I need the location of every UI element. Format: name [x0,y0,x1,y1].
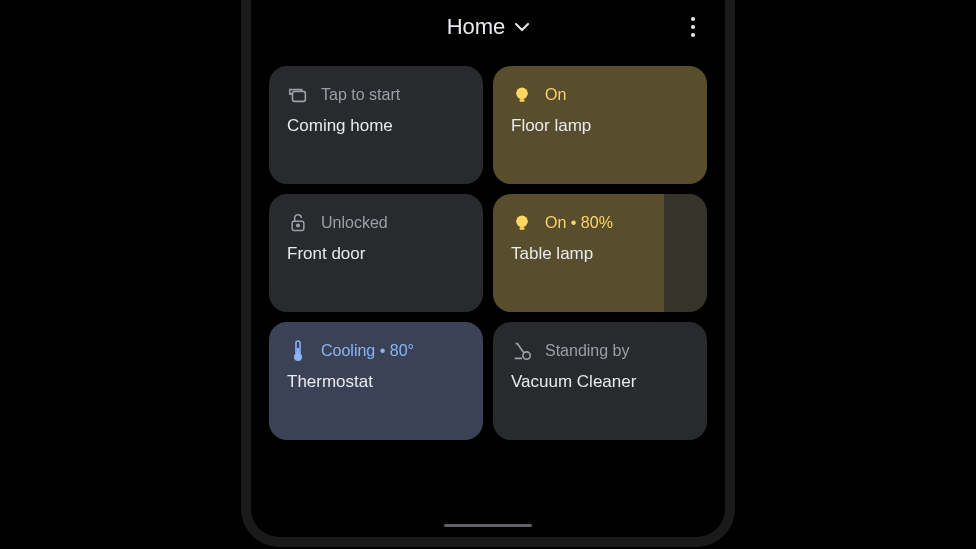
scene-icon [287,84,309,106]
overflow-menu-button[interactable] [685,11,701,43]
tile-thermostat[interactable]: Cooling • 80° Thermostat [269,322,483,440]
tile-status: Tap to start [321,86,400,104]
tile-table-lamp[interactable]: On • 80% Table lamp [493,194,707,312]
svg-rect-6 [520,227,525,230]
tile-vacuum-cleaner[interactable]: Standing by Vacuum Cleaner [493,322,707,440]
vacuum-icon [511,340,533,362]
tile-name: Front door [287,244,465,264]
svg-rect-2 [520,99,525,102]
tile-name: Floor lamp [511,116,689,136]
svg-point-1 [516,88,528,100]
tile-status: On • 80% [545,214,613,232]
phone-frame: Home Tap to start Coming home [241,0,735,547]
tile-floor-lamp[interactable]: On Floor lamp [493,66,707,184]
home-indicator[interactable] [444,524,532,527]
lock-open-icon [287,212,309,234]
svg-point-5 [516,216,528,228]
tile-status: Cooling • 80° [321,342,414,360]
svg-point-4 [297,224,300,227]
chevron-down-icon [515,20,529,34]
tile-status: Unlocked [321,214,388,232]
svg-rect-0 [293,91,306,101]
header: Home [257,0,719,56]
tile-name: Coming home [287,116,465,136]
tile-front-door[interactable]: Unlocked Front door [269,194,483,312]
tile-name: Vacuum Cleaner [511,372,689,392]
tile-name: Thermostat [287,372,465,392]
tile-coming-home[interactable]: Tap to start Coming home [269,66,483,184]
svg-rect-9 [297,348,299,356]
tile-status: On [545,86,566,104]
tile-name: Table lamp [511,244,689,264]
bulb-icon [511,84,533,106]
home-selector[interactable]: Home [447,14,530,40]
svg-point-10 [523,352,530,359]
device-grid: Tap to start Coming home On Floor lamp [257,56,719,450]
page-title: Home [447,14,506,40]
thermometer-icon [287,340,309,362]
tile-status: Standing by [545,342,630,360]
bulb-icon [511,212,533,234]
